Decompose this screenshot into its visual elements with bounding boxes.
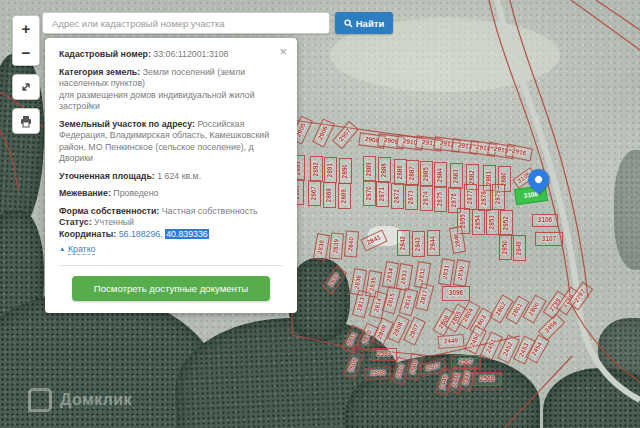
zoom-in-button[interactable]: + xyxy=(12,15,40,41)
parcel-2508[interactable]: 2508 xyxy=(364,365,391,380)
domclick-logo-icon xyxy=(28,388,52,412)
parcel-2841[interactable]: 2841 xyxy=(360,229,387,251)
coordinates-row: Координаты: 56.188296, 40.839336 xyxy=(59,229,283,241)
parcel-label: 2808 xyxy=(392,321,404,337)
parcel-label: 2868 xyxy=(326,188,333,202)
parcel-label: 2878 xyxy=(481,191,488,205)
view-documents-button[interactable]: Посмотреть доступные документы xyxy=(72,276,270,301)
parcel-2889[interactable]: 2889 xyxy=(363,156,376,182)
parcel-2816[interactable]: 2816 xyxy=(398,288,417,316)
parcel-2891[interactable]: 2891 xyxy=(324,157,337,183)
parcel-2568[interactable]: 2568 xyxy=(472,372,502,386)
parcel-2887[interactable]: 2887 xyxy=(406,160,419,186)
parcel-label: 2842 xyxy=(400,236,407,250)
parcel-2868[interactable]: 2868 xyxy=(323,182,336,208)
parcel-label: 2916 xyxy=(511,147,527,156)
map-canvas[interactable]: 2905290629072908290929102911291229132914… xyxy=(0,0,640,428)
parcel-label: 2884 xyxy=(437,168,444,182)
parcel-label: 2867 xyxy=(311,186,318,200)
parcel-2838[interactable]: 2838 xyxy=(312,233,329,261)
parcel-2830[interactable]: 2830 xyxy=(452,259,469,287)
parcel-2878[interactable]: 2878 xyxy=(478,185,491,211)
parcel-2870[interactable]: 2870 xyxy=(363,180,376,206)
parcel-3106[interactable]: 3106 xyxy=(532,214,558,227)
parcel-2852[interactable]: 2852 xyxy=(500,210,513,236)
find-button[interactable]: Найти xyxy=(335,12,393,34)
zoom-out-button[interactable]: − xyxy=(12,40,40,66)
parcel-2506[interactable]: 2506 xyxy=(342,351,363,380)
parcel-label: 2889 xyxy=(366,162,373,176)
search-bar: Найти xyxy=(42,12,393,34)
latitude-link[interactable]: 56.188296 xyxy=(119,229,161,239)
parcel-label: 2813 xyxy=(356,296,366,312)
parcel-2850[interactable]: 2850 xyxy=(499,234,512,260)
parcel-label: 2816 xyxy=(403,294,413,310)
parcel-2907[interactable]: 2907 xyxy=(332,121,359,149)
parcel-2875[interactable]: 2875 xyxy=(434,186,447,212)
collapse-link[interactable]: ▲ Кратко xyxy=(59,243,283,256)
print-button[interactable] xyxy=(12,108,40,134)
parcel-2840[interactable]: 2840 xyxy=(343,230,358,257)
parcel-2884[interactable]: 2884 xyxy=(434,162,447,188)
parcel-2839[interactable]: 2839 xyxy=(328,232,343,259)
longitude-selected[interactable]: 40.839336 xyxy=(165,229,209,239)
parcel-2879[interactable]: 2879 xyxy=(492,184,505,210)
parcel-2892[interactable]: 2892 xyxy=(310,156,323,182)
land-category-row: Категория земель: Земли поселений (земли… xyxy=(59,67,283,113)
field-label: Координаты: xyxy=(59,229,116,239)
field-label: Форма собственности: xyxy=(59,206,159,216)
parcel-2906[interactable]: 2906 xyxy=(312,118,335,147)
watermark-text: Домклик xyxy=(60,391,132,409)
parcel-2890[interactable]: 2890 xyxy=(339,158,352,184)
parcel-label: 2876 xyxy=(451,193,458,207)
parcel-2849[interactable]: 2849 xyxy=(513,235,526,261)
search-input[interactable] xyxy=(42,12,330,34)
cadastral-number-value: 33:06:112001:3108 xyxy=(153,49,228,59)
area-row: Уточненная площадь: 1 624 кв.м. xyxy=(59,171,283,183)
parcel-label: 2447 xyxy=(462,370,472,386)
parcel-2874[interactable]: 2874 xyxy=(420,185,433,211)
parcel-2815[interactable]: 2815 xyxy=(381,286,400,314)
parcel-2853[interactable]: 2853 xyxy=(486,209,499,235)
field-label: Межевание: xyxy=(59,188,111,198)
parcel-label: 2452 xyxy=(502,341,514,357)
parcel-2844[interactable]: 2844 xyxy=(427,230,440,256)
parcel-2842[interactable]: 2842 xyxy=(397,230,410,256)
parcel-label: 2832 xyxy=(418,267,427,282)
parcel-2877[interactable]: 2877 xyxy=(464,184,477,210)
survey-row: Межевание: Проведено xyxy=(59,188,283,200)
collapse-label: Кратко xyxy=(68,244,96,255)
parcel-label: 2872 xyxy=(394,189,401,203)
parcel-label: 2834 xyxy=(386,267,395,282)
parcel-2837[interactable]: 2837 xyxy=(321,266,347,295)
parcel-label: 2810 xyxy=(361,329,373,345)
parcel-2872[interactable]: 2872 xyxy=(391,183,404,209)
parcel-label: 2838 xyxy=(317,239,326,254)
parcel-2873[interactable]: 2873 xyxy=(405,184,418,210)
parcel-2831[interactable]: 2831 xyxy=(437,258,454,286)
parcel-2871[interactable]: 2871 xyxy=(376,181,389,207)
fullscreen-button[interactable] xyxy=(12,74,40,100)
parcel-label: 2506 xyxy=(347,357,358,373)
parcel-2885[interactable]: 2885 xyxy=(420,161,433,187)
parcel-2843[interactable]: 2843 xyxy=(412,231,425,257)
parcel-label: 2837 xyxy=(327,272,341,288)
parcel-label: 2871 xyxy=(379,187,386,201)
parcel-2883[interactable]: 2883 xyxy=(450,163,463,189)
parcel-2509[interactable]: 2509 xyxy=(404,353,423,381)
parcel-2867[interactable]: 2867 xyxy=(308,180,321,206)
parcel-3107[interactable]: 3107 xyxy=(535,232,563,246)
parcel-label: 2870 xyxy=(366,186,373,200)
parcel-2854[interactable]: 2854 xyxy=(472,209,485,235)
parcel-2869[interactable]: 2869 xyxy=(338,183,351,209)
parcel-3096[interactable]: 3096 xyxy=(442,286,470,301)
parcel-label: 2451 xyxy=(485,338,497,354)
parcel-2593[interactable]: 2593 xyxy=(371,348,397,361)
parcel-2449[interactable]: 2449 xyxy=(437,333,464,348)
parcel-label: 2801 xyxy=(511,302,524,318)
parcel-label: 3106 xyxy=(538,217,552,224)
close-icon[interactable]: × xyxy=(279,45,287,58)
parcel-label: 2907 xyxy=(338,127,352,142)
triangle-up-icon: ▲ xyxy=(59,245,65,252)
parcel-2888[interactable]: 2888 xyxy=(378,157,391,183)
